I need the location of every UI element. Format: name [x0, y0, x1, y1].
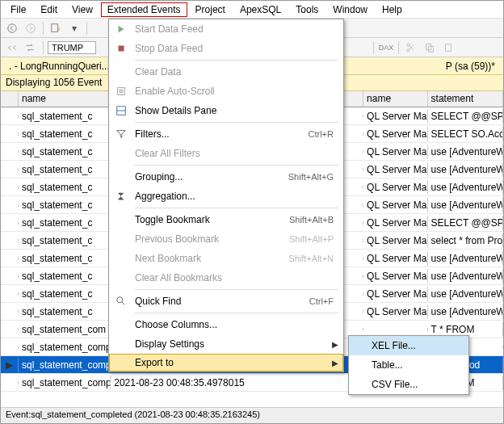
- cell: use [AdventureW: [428, 269, 503, 283]
- cell: QL Server Manage...: [363, 127, 428, 141]
- submenu-item-csv-file-[interactable]: CSV File...: [349, 375, 468, 394]
- cell: QL Server Manage...: [363, 198, 428, 212]
- connect-icon[interactable]: [4, 40, 20, 56]
- tab-other[interactable]: P (sa (59))*: [441, 59, 500, 73]
- extended-events-menu[interactable]: Start Data FeedStop Data FeedClear DataE…: [108, 19, 344, 372]
- menu-item-label: Stop Data Feed: [135, 43, 338, 54]
- cell: [1, 275, 19, 278]
- cell: sql_statement_com: [19, 322, 111, 337]
- menu-project[interactable]: Project: [189, 2, 232, 17]
- cell: [1, 132, 19, 136]
- menu-item-label: Grouping...: [135, 171, 282, 183]
- cell: QL Server Manage...: [363, 269, 428, 283]
- forward-icon[interactable]: [23, 20, 39, 36]
- col-header-indicator[interactable]: [1, 91, 19, 107]
- menu-item-choose-columns-[interactable]: Choose Columns...: [109, 315, 343, 334]
- dax-icon[interactable]: DAX: [378, 40, 394, 56]
- db-combo[interactable]: TRUMP: [48, 41, 96, 54]
- menu-item-next-bookmark: Next BookmarkShift+Alt+N: [109, 249, 343, 268]
- cell: [1, 150, 19, 153]
- menu-item-label: Filters...: [135, 128, 302, 140]
- cell: sql_statement_c: [19, 198, 111, 212]
- cell: use [AdventureW: [428, 198, 503, 212]
- menu-item-label: Clear All Filters: [135, 148, 338, 159]
- paste-icon[interactable]: [440, 40, 456, 56]
- menu-shortcut: Shift+Alt+P: [289, 234, 338, 244]
- cell: sql_statement_c: [19, 145, 111, 159]
- cell: use [AdventureW: [428, 287, 503, 301]
- menu-item-toggle-bookmark[interactable]: Toggle BookmarkShift+Alt+B: [109, 210, 343, 229]
- find-icon: [114, 294, 128, 309]
- new-query-icon[interactable]: [48, 20, 64, 36]
- menu-item-clear-all-filters: Clear All Filters: [109, 144, 343, 163]
- tab-active[interactable]: . - LongRunningQueri...: [4, 59, 115, 73]
- blank-icon: [114, 146, 128, 161]
- cell: [1, 115, 19, 118]
- stop-icon: [114, 41, 128, 56]
- menu-shortcut: Shift+Alt+G: [288, 172, 338, 182]
- menu-item-label: Show Details Pane: [135, 105, 338, 116]
- change-connection-icon[interactable]: [23, 40, 39, 56]
- menu-item-quick-find[interactable]: Quick FindCtrl+F: [109, 292, 343, 311]
- cell: SELECT @@SPID: [428, 109, 503, 124]
- play-icon: [114, 22, 128, 36]
- menu-item-export-to[interactable]: Export to▶: [109, 354, 343, 372]
- cell: QL Server Manage...: [363, 216, 428, 230]
- cell: 2021-08-23 00:48:35.4978015: [111, 376, 363, 390]
- menu-item-enable-auto-scroll: Enable Auto-Scroll: [109, 82, 343, 101]
- cell: sql_statement_c: [19, 127, 111, 141]
- cell: sql_statement_c: [19, 287, 111, 301]
- menu-item-grouping-[interactable]: Grouping...Shift+Alt+G: [109, 167, 343, 187]
- cell: QL Server Manage...: [363, 180, 428, 195]
- svg-rect-7: [446, 44, 452, 51]
- menu-item-filters-[interactable]: Filters...Ctrl+R: [109, 124, 343, 144]
- cell: QL Server Manage...: [363, 251, 428, 266]
- menu-extended-events[interactable]: Extended Events: [101, 2, 187, 17]
- col-header-statement[interactable]: statement: [428, 91, 503, 107]
- cell: [1, 257, 19, 260]
- menu-edit[interactable]: Edit: [34, 2, 64, 17]
- cell: [1, 186, 19, 189]
- cut-icon[interactable]: [403, 40, 419, 56]
- cell: [1, 168, 19, 171]
- blank-icon: [114, 232, 128, 246]
- cell: [1, 204, 19, 207]
- submenu-arrow-icon: ▶: [332, 359, 338, 367]
- cell: [1, 346, 19, 349]
- blank-icon: [114, 170, 128, 184]
- menu-item-start-data-feed: Start Data Feed: [109, 19, 343, 39]
- cell: [1, 310, 19, 313]
- col-header-name[interactable]: name: [363, 91, 428, 107]
- export-to-submenu[interactable]: XEL File...Table...CSV File...: [348, 335, 469, 395]
- cell: sql_statement_c: [19, 180, 111, 195]
- cell: use [AdventureW: [428, 251, 503, 266]
- menu-item-label: Toggle Bookmark: [135, 214, 283, 225]
- menu-item-show-details-pane[interactable]: Show Details Pane: [109, 101, 343, 120]
- menu-apexsql[interactable]: ApexSQL: [233, 2, 288, 17]
- copy-icon[interactable]: [422, 40, 438, 56]
- menu-item-aggregation-[interactable]: Aggregation...: [109, 187, 343, 206]
- col-header-name[interactable]: name: [19, 91, 111, 107]
- cell: QL Server Manage...: [363, 304, 428, 319]
- cell: QL Server Manage...: [363, 145, 428, 159]
- svg-rect-2: [52, 23, 58, 31]
- back-icon[interactable]: [4, 20, 20, 36]
- menu-item-label: Choose Columns...: [135, 319, 338, 330]
- menu-window[interactable]: Window: [326, 2, 374, 17]
- cell: QL Server Manage...: [363, 109, 428, 124]
- dropdown-icon[interactable]: ▾: [66, 20, 82, 36]
- submenu-item-table-[interactable]: Table...: [349, 355, 468, 375]
- cell: sql_statement_c: [19, 233, 111, 248]
- menu-help[interactable]: Help: [376, 2, 409, 17]
- menu-item-display-settings[interactable]: Display Settings▶: [109, 334, 343, 354]
- cell: use [AdventureW: [428, 145, 503, 159]
- menu-item-stop-data-feed: Stop Data Feed: [109, 39, 343, 58]
- menu-view[interactable]: View: [65, 2, 99, 17]
- submenu-arrow-icon: ▶: [332, 340, 338, 349]
- cell: SELECT SO.Acc: [428, 127, 503, 141]
- menu-file[interactable]: File: [4, 2, 32, 17]
- cell: use [AdventureW: [428, 180, 503, 195]
- submenu-item-xel-file-[interactable]: XEL File...: [349, 336, 468, 355]
- menu-tools[interactable]: Tools: [289, 2, 325, 17]
- menu-shortcut: Shift+Alt+B: [289, 215, 338, 225]
